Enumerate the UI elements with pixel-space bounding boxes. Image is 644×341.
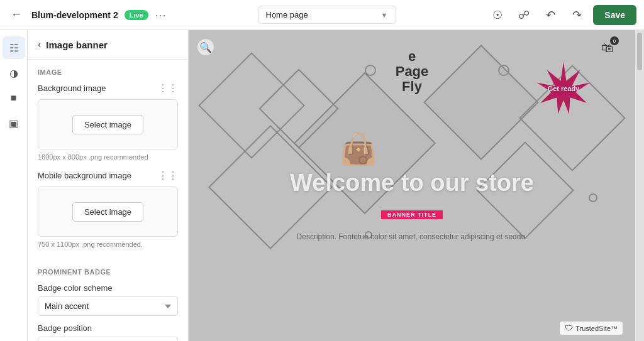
panel-header: ‹ Image banner [28, 30, 188, 60]
banner-title-tag: BANNER TITLE [381, 210, 443, 219]
background-image-upload-box[interactable]: Select image [38, 99, 178, 149]
trusted-site-icon: 🛡 [565, 323, 573, 333]
page-selector[interactable]: Home page ▼ [258, 6, 396, 24]
starburst-shape: Get ready [536, 62, 591, 117]
mobile-bg-field: Mobile background image ⋮⋮ Select image … [38, 170, 178, 248]
badge-position-label: Badge position [38, 323, 178, 333]
badge-position-select[interactable]: Right [38, 337, 178, 341]
panel-back-button[interactable]: ‹ [38, 39, 41, 50]
background-image-field: Background image ⋮⋮ Select image 1600px … [38, 82, 178, 161]
mobile-drag-handle-icon[interactable]: ⋮⋮ [158, 170, 178, 181]
get-ready-text: Get ready [548, 85, 580, 93]
prominent-badge-label: PROMINENT BADGE [38, 268, 178, 276]
back-button[interactable]: ← [8, 6, 25, 24]
site-name: Blum-development 2 [31, 10, 118, 20]
trusted-site-badge: 🛡 TrustedSite™ [560, 322, 623, 335]
canvas-area: 🔍 🛍 0 ePageFly 👜 [189, 30, 635, 341]
store-welcome-title: Welcome to our store [290, 170, 534, 197]
background-image-label-row: Background image ⋮⋮ [38, 82, 178, 94]
sidebar-icons: ☷ ◑ ■ ▣ [0, 30, 28, 341]
badge-color-scheme-label: Badge color scheme [38, 283, 178, 293]
store-description: Description. Fontetue color sit amet, co… [297, 232, 528, 241]
mobile-bg-label: Mobile background image [38, 171, 131, 180]
mobile-bg-label-row: Mobile background image ⋮⋮ [38, 170, 178, 181]
image-banner-panel: ‹ Image banner IMAGE Background image ⋮⋮… [28, 30, 189, 341]
mobile-image-hint: 750 x 1100px .png recommended. [38, 241, 178, 248]
background-image-label: Background image [38, 84, 106, 93]
badge-position-field: Badge position Right [38, 323, 178, 341]
scrollbar-thumb[interactable] [637, 33, 642, 70]
sidebar-icon-apps[interactable]: ▣ [3, 112, 25, 134]
live-badge: Live [125, 10, 148, 20]
sidebar-icon-blocks[interactable]: ■ [3, 87, 25, 109]
redo-button[interactable]: ↷ [567, 5, 587, 25]
background-image-hint: 1600px x 800px .png recommended [38, 153, 178, 161]
panel-title: Image banner [46, 40, 108, 50]
badge-section: PROMINENT BADGE Badge color scheme Main … [28, 259, 188, 341]
mobile-image-upload-box[interactable]: Select image [38, 187, 178, 237]
save-button[interactable]: Save [593, 5, 636, 25]
select-image-button[interactable]: Select image [72, 115, 143, 134]
cursor-tool-icon[interactable]: ☉ [487, 5, 508, 25]
sidebar-icon-pages[interactable]: ☷ [3, 36, 25, 59]
mobile-select-image-button[interactable]: Select image [72, 202, 143, 222]
topbar: ← Blum-development 2 Live ⋯ Home page ▼ … [0, 0, 644, 30]
page-selector-label: Home page [266, 10, 308, 19]
badge-color-scheme-field: Badge color scheme Main accent [38, 283, 178, 316]
drag-handle-icon[interactable]: ⋮⋮ [158, 82, 178, 94]
topbar-center: Home page ▼ [172, 6, 482, 24]
monitor-icon[interactable]: ☍ [514, 5, 534, 25]
image-section: IMAGE Background image ⋮⋮ Select image 1… [28, 60, 188, 259]
get-ready-badge: Get ready [536, 62, 591, 117]
trusted-site-label: TrustedSite™ [575, 325, 618, 332]
sidebar-icon-theme[interactable]: ◑ [3, 62, 25, 84]
scrollbar-track [635, 30, 644, 341]
undo-button[interactable]: ↶ [540, 5, 560, 25]
badge-color-scheme-select[interactable]: Main accent [38, 296, 178, 316]
more-options-icon[interactable]: ⋯ [155, 8, 166, 22]
main-content: ☷ ◑ ■ ▣ ‹ Image banner IMAGE Background … [0, 30, 644, 341]
image-section-label: IMAGE [38, 68, 178, 76]
chevron-down-icon: ▼ [381, 11, 388, 19]
